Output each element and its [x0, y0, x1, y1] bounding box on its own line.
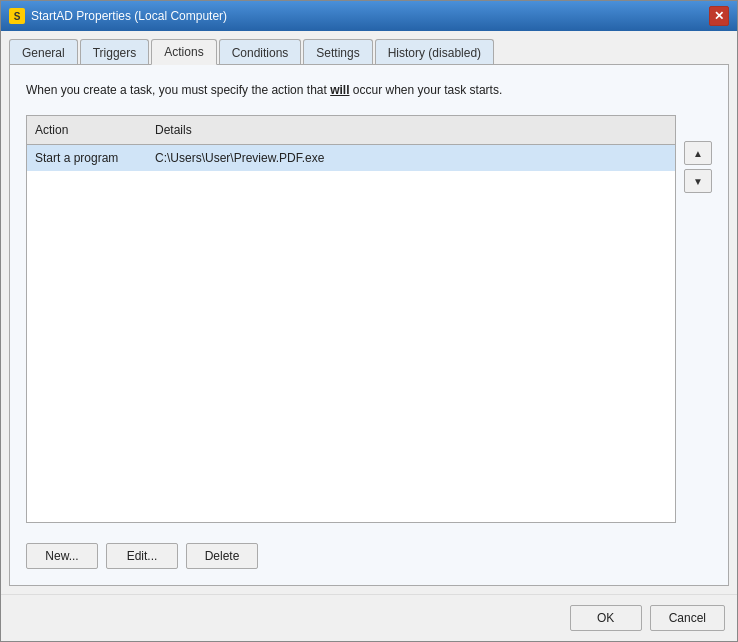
- cell-action: Start a program: [27, 149, 147, 167]
- table-header: Action Details: [27, 116, 675, 145]
- main-window: S StartAD Properties (Local Computer) ✕ …: [0, 0, 738, 642]
- tab-conditions[interactable]: Conditions: [219, 39, 302, 65]
- main-panel: When you create a task, you must specify…: [9, 64, 729, 586]
- table-row[interactable]: Start a program C:\Users\User\Preview.PD…: [27, 145, 675, 171]
- window-title: StartAD Properties (Local Computer): [31, 9, 709, 23]
- tab-actions[interactable]: Actions: [151, 39, 216, 65]
- description-text: When you create a task, you must specify…: [26, 81, 712, 99]
- edit-button[interactable]: Edit...: [106, 543, 178, 569]
- side-buttons: ▲ ▼: [684, 115, 712, 523]
- new-button[interactable]: New...: [26, 543, 98, 569]
- move-down-button[interactable]: ▼: [684, 169, 712, 193]
- tab-history[interactable]: History (disabled): [375, 39, 494, 65]
- tab-general[interactable]: General: [9, 39, 78, 65]
- cell-details: C:\Users\User\Preview.PDF.exe: [147, 149, 675, 167]
- close-button[interactable]: ✕: [709, 6, 729, 26]
- move-up-button[interactable]: ▲: [684, 141, 712, 165]
- ok-button[interactable]: OK: [570, 605, 642, 631]
- dialog-footer: OK Cancel: [1, 594, 737, 641]
- tab-bar: General Triggers Actions Conditions Sett…: [9, 39, 729, 65]
- title-bar: S StartAD Properties (Local Computer) ✕: [1, 1, 737, 31]
- tab-triggers[interactable]: Triggers: [80, 39, 150, 65]
- table-body: Start a program C:\Users\User\Preview.PD…: [27, 145, 675, 522]
- cancel-button[interactable]: Cancel: [650, 605, 725, 631]
- column-header-action: Action: [27, 120, 147, 140]
- action-table: Action Details Start a program C:\Users\…: [26, 115, 676, 523]
- table-area: Action Details Start a program C:\Users\…: [26, 115, 712, 523]
- content-area: General Triggers Actions Conditions Sett…: [1, 31, 737, 594]
- bottom-actions: New... Edit... Delete: [26, 535, 712, 569]
- window-icon: S: [9, 8, 25, 24]
- column-header-details: Details: [147, 120, 675, 140]
- tab-settings[interactable]: Settings: [303, 39, 372, 65]
- delete-button[interactable]: Delete: [186, 543, 258, 569]
